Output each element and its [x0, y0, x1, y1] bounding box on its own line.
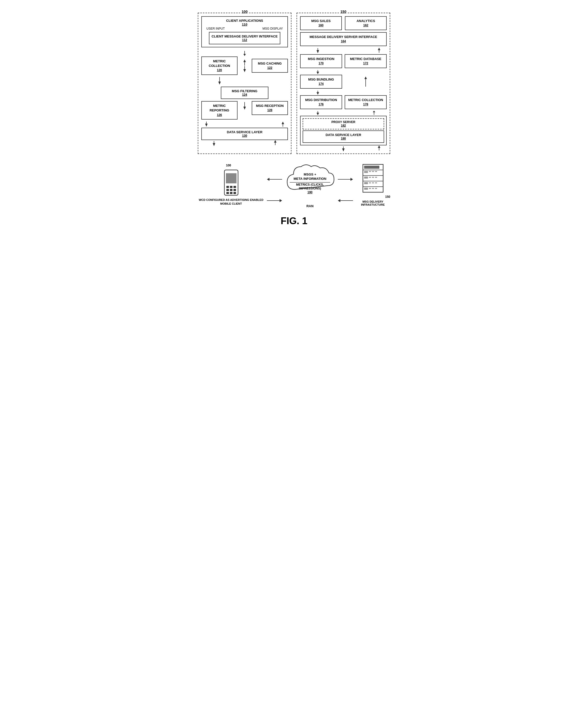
right-mid-row3: MSG DISTRIBUTION 176 METRIC COLLECTION 1… — [300, 95, 387, 109]
server-ref: 150 — [385, 195, 390, 198]
svg-rect-70 — [364, 176, 368, 178]
svg-marker-5 — [243, 69, 246, 72]
arrow-metric-reporting — [217, 77, 222, 85]
metric-collection-box: METRIC COLLECTION 120 — [201, 57, 237, 75]
svg-marker-2 — [243, 60, 246, 62]
svg-marker-33 — [342, 148, 345, 151]
msg-ingestion-box: MSG INGESTION 170 — [300, 54, 342, 68]
arrow-metric-reporting-down — [204, 122, 209, 127]
client-apps-box: CLIENT APPLICATIONS 110 USER INPUT MSG D… — [201, 16, 288, 47]
arrow-distribution-down — [315, 111, 320, 115]
right-top-row: MSG SALES 160 ANALYTICS 162 — [300, 16, 387, 30]
arrow-dsl-to-metric-coll — [300, 111, 387, 115]
diagram-area: 100 CLIENT APPLICATIONS 110 USER INPUT M… — [198, 13, 390, 227]
arrow-server-to-cloud — [338, 198, 353, 203]
arrow-server-up-svg — [377, 145, 382, 150]
svg-marker-34 — [378, 145, 380, 148]
arrow-up-caching — [242, 60, 247, 66]
svg-marker-58 — [279, 199, 282, 202]
svg-rect-72 — [372, 177, 374, 178]
arrow-cloud-to-mobile — [267, 177, 282, 182]
svg-marker-23 — [317, 72, 319, 74]
svg-marker-9 — [243, 107, 246, 110]
mobile-phone-svg — [222, 169, 240, 196]
svg-rect-63 — [364, 166, 379, 169]
arrow-left-to-filtering — [242, 102, 247, 110]
client-apps-sub: USER INPUT MSG DISPLAY — [206, 27, 283, 30]
arrow-left-dsl-up — [273, 140, 278, 145]
msg-caching-box: MSG CACHING 122 — [252, 59, 288, 73]
arrow-right-dsl-down-svg — [341, 146, 346, 151]
middle-arrows-2 — [239, 101, 250, 110]
arrow-left-dsl-down — [211, 141, 216, 146]
svg-rect-83 — [375, 188, 377, 189]
svg-rect-81 — [369, 188, 371, 189]
top-row: 100 CLIENT APPLICATIONS 110 USER INPUT M… — [198, 13, 390, 154]
client-apps-ref: 110 — [204, 23, 286, 26]
bottom-area: 100 WCD CON — [198, 162, 390, 208]
svg-marker-1 — [243, 54, 246, 56]
right-data-service-box: DATA SERVICE LAYER 180 — [302, 130, 384, 143]
svg-rect-76 — [369, 182, 371, 183]
svg-text:META INFORMATION: META INFORMATION — [294, 177, 327, 181]
left-dashed-box: 100 CLIENT APPLICATIONS 110 USER INPUT M… — [198, 13, 292, 154]
svg-rect-43 — [233, 189, 236, 191]
cloud-arrows-row: MSGS + META INFORMATION METRICS (CLICKS,… — [267, 162, 353, 197]
arrow-cmdi-down — [242, 51, 247, 56]
svg-rect-66 — [369, 171, 371, 172]
page: 100 CLIENT APPLICATIONS 110 USER INPUT M… — [190, 5, 398, 234]
cmdi-ref: 112 — [211, 38, 278, 42]
svg-marker-12 — [281, 122, 284, 124]
cloud-arrows-row2 — [267, 198, 353, 203]
msg-filtering-box: MSG FILTERING 124 — [221, 87, 268, 99]
msg-sales-box: MSG SALES 160 — [300, 16, 342, 30]
mdsi-box: MESSAGE DELIVERY SERVER INTERFACE 164 — [300, 32, 387, 46]
svg-marker-27 — [317, 92, 319, 95]
svg-rect-80 — [364, 188, 368, 190]
analytics-box: ANALYTICS 162 — [345, 16, 387, 30]
msg-bundling-box: MSG BUNDLING 174 — [300, 75, 342, 89]
svg-marker-24 — [364, 77, 367, 79]
svg-text:MSGS +: MSGS + — [303, 172, 316, 176]
right-box-ref: 150 — [339, 9, 348, 14]
server-svg — [360, 163, 386, 193]
right-mid-row2: MSG BUNDLING 174 — [300, 75, 387, 89]
mobile-ref-label: 100 — [226, 164, 231, 167]
fig-label: FIG. 1 — [198, 215, 390, 227]
arrow-bundling-down — [315, 91, 320, 95]
arrows-to-dsl — [201, 122, 288, 127]
svg-rect-75 — [364, 182, 368, 184]
arrow-msg-reception-up — [280, 122, 286, 127]
server-label: MSG DELIVERY INFRASTUCTURE — [356, 200, 390, 206]
cloud-svg: MSGS + META INFORMATION METRICS (CLICKS,… — [285, 162, 335, 197]
svg-rect-37 — [226, 173, 236, 183]
arrow-metric-db-up-svg — [377, 48, 382, 53]
mobile-device-section: 100 WCD CON — [198, 164, 265, 206]
svg-rect-78 — [375, 182, 377, 183]
svg-rect-38 — [226, 186, 229, 188]
arrow-metric-db-up — [300, 48, 387, 53]
svg-text:IMPRESSIONS): IMPRESSIONS) — [299, 187, 321, 190]
right-dsl-container: PROXY SERVER 182 DATA SERVICE LAYER 180 — [300, 116, 387, 145]
right-mid-row1: MSG INGESTION 170 METRIC DATABASE 172 — [300, 54, 387, 68]
svg-rect-82 — [372, 188, 374, 189]
svg-marker-15 — [213, 143, 215, 146]
mobile-label-text: WCD CONFIGURED AS ADVERTISING ENABLED MO… — [198, 198, 265, 206]
arrow-down-filtering — [242, 66, 247, 72]
server-section: 150 MSG DELIVERY INFRASTUCTURE — [356, 163, 390, 206]
svg-marker-16 — [274, 140, 276, 143]
svg-rect-39 — [230, 186, 232, 188]
svg-marker-20 — [378, 48, 380, 50]
proxy-server-box: PROXY SERVER 182 — [302, 118, 384, 129]
svg-rect-68 — [375, 171, 377, 172]
center-arrows — [239, 60, 250, 72]
arrow-mdsi-down-svg — [315, 48, 320, 53]
user-input-label: USER INPUT — [206, 27, 225, 30]
svg-text:METRICS (CLICKS,: METRICS (CLICKS, — [296, 183, 323, 186]
arrow-metric-coll-up — [372, 111, 377, 115]
svg-rect-77 — [372, 182, 374, 183]
svg-rect-41 — [226, 189, 229, 191]
msg-reception-box: MSG RECEPTION 128 — [252, 101, 288, 115]
svg-rect-45 — [230, 192, 232, 194]
cloud-section: MSGS + META INFORMATION METRICS (CLICKS,… — [267, 162, 353, 208]
